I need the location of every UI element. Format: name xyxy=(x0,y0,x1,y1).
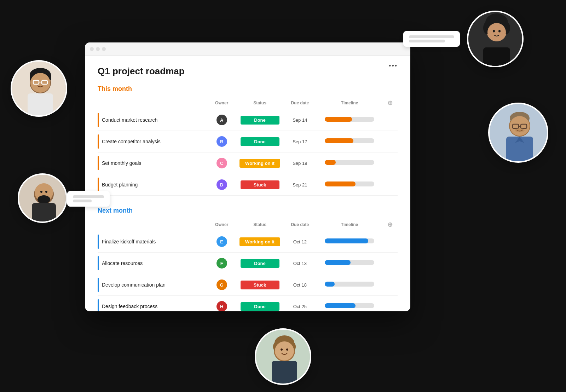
empty-cell xyxy=(384,296,398,312)
timeline-fill xyxy=(325,303,356,308)
avatar-top-right xyxy=(467,11,524,67)
due-date-cell: Sep 19 xyxy=(285,152,315,174)
task-name: Conduct market research xyxy=(102,117,157,123)
left-border xyxy=(98,178,99,192)
avatar-right xyxy=(488,103,548,163)
due-date-cell: Oct 12 xyxy=(285,231,315,253)
status-cell[interactable]: Done xyxy=(235,131,284,152)
owner-cell: D xyxy=(208,174,235,196)
task-name-cell: Budget planning xyxy=(98,174,208,196)
timeline-fill xyxy=(325,138,353,143)
this-month-table: Owner Status Due date Timeline ⊕ Conduct… xyxy=(98,97,398,196)
status-badge: Working on it xyxy=(239,159,280,168)
task-name-cell: Allocate resources xyxy=(98,253,208,274)
task-name-cell: Design feedback process xyxy=(98,296,208,312)
status-cell[interactable]: Done xyxy=(235,109,284,131)
status-cell[interactable]: Done xyxy=(235,296,284,312)
timeline-bar xyxy=(325,282,374,287)
svg-point-24 xyxy=(37,195,50,204)
bubble-line-2 xyxy=(409,40,445,42)
page-title: Q1 project roadmap xyxy=(98,66,398,77)
avatar: F xyxy=(216,258,227,269)
table-row[interactable]: Allocate resources FDoneOct 13 xyxy=(98,253,398,274)
table-row[interactable]: Design feedback process HDoneOct 25 xyxy=(98,296,398,312)
table-row[interactable]: Budget planning DStuckSep 21 xyxy=(98,174,398,196)
timeline-cell xyxy=(315,109,384,131)
timeline-bar xyxy=(325,238,374,243)
col-owner-this: Owner xyxy=(208,97,235,109)
due-date-cell: Oct 13 xyxy=(285,253,315,274)
avatar: B xyxy=(216,136,227,147)
avatar: G xyxy=(216,279,227,290)
task-name: Design feedback process xyxy=(102,304,157,309)
timeline-cell xyxy=(315,174,384,196)
task-name-cell: Develop communication plan xyxy=(98,274,208,296)
table-row[interactable]: Finalize kickoff materials EWorking on i… xyxy=(98,231,398,253)
svg-rect-20 xyxy=(28,93,53,117)
timeline-cell xyxy=(315,231,384,253)
task-name-cell: Set monthly goals xyxy=(98,152,208,174)
bubble-line-3 xyxy=(73,195,104,198)
table-row[interactable]: Create competitor analysis BDoneSep 17 xyxy=(98,131,398,152)
speech-bubble-top-right xyxy=(403,31,460,47)
due-date-cell: Sep 17 xyxy=(285,131,315,152)
status-cell[interactable]: Stuck xyxy=(235,274,284,296)
empty-cell xyxy=(384,274,398,296)
empty-cell xyxy=(384,231,398,253)
timeline-bar xyxy=(325,138,374,143)
status-cell[interactable]: Working on it xyxy=(235,152,284,174)
add-column-button-this[interactable]: ⊕ xyxy=(387,99,393,106)
left-border xyxy=(98,156,99,170)
col-timeline-this: Timeline xyxy=(315,97,384,109)
status-badge: Done xyxy=(241,302,279,311)
svg-point-7 xyxy=(487,23,506,41)
status-cell[interactable]: Working on it xyxy=(235,231,284,253)
task-name-cell: Conduct market research xyxy=(98,109,208,131)
timeline-fill xyxy=(325,282,335,287)
status-badge: Stuck xyxy=(241,180,279,189)
timeline-fill xyxy=(325,260,351,265)
left-border xyxy=(98,256,99,270)
col-add-this: ⊕ xyxy=(384,97,398,109)
svg-rect-27 xyxy=(32,203,56,223)
col-owner-next: Owner xyxy=(208,219,235,231)
timeline-fill xyxy=(325,181,356,186)
timeline-bar xyxy=(325,260,374,265)
avatar: C xyxy=(216,158,227,168)
status-badge: Stuck xyxy=(241,281,279,289)
avatar-left-top xyxy=(11,60,67,117)
table-row[interactable]: Conduct market research ADoneSep 14 xyxy=(98,109,398,131)
svg-point-35 xyxy=(515,128,525,132)
timeline-cell xyxy=(315,274,384,296)
section-this-month: This month xyxy=(98,85,398,93)
status-badge: Done xyxy=(241,116,279,125)
timeline-cell xyxy=(315,296,384,312)
empty-cell xyxy=(384,109,398,131)
table-row[interactable]: Develop communication plan GStuckOct 18 xyxy=(98,274,398,296)
more-options-button[interactable]: ••• xyxy=(389,62,398,70)
task-name: Finalize kickoff materials xyxy=(102,239,156,244)
due-date-cell: Oct 18 xyxy=(285,274,315,296)
timeline-bar xyxy=(325,160,374,165)
timeline-bar xyxy=(325,303,374,308)
next-month-table: Owner Status Due date Timeline ⊕ Finaliz… xyxy=(98,219,398,311)
task-name: Develop communication plan xyxy=(102,282,166,288)
owner-cell: B xyxy=(208,131,235,152)
left-border xyxy=(98,278,99,292)
timeline-cell xyxy=(315,131,384,152)
timeline-fill xyxy=(325,117,352,122)
timeline-fill xyxy=(325,238,368,243)
status-cell[interactable]: Done xyxy=(235,253,284,274)
col-task-next xyxy=(98,219,208,231)
col-timeline-next: Timeline xyxy=(315,219,384,231)
task-name-cell: Finalize kickoff materials xyxy=(98,231,208,253)
section-next-month: Next month xyxy=(98,207,398,214)
timeline-bar xyxy=(325,181,374,186)
avatar: H xyxy=(216,301,227,311)
svg-point-8 xyxy=(493,30,495,33)
status-cell[interactable]: Stuck xyxy=(235,174,284,196)
table-row[interactable]: Set monthly goals CWorking on itSep 19 xyxy=(98,152,398,174)
avatar: A xyxy=(216,115,227,125)
timeline-cell xyxy=(315,253,384,274)
add-column-button-next[interactable]: ⊕ xyxy=(387,221,393,228)
